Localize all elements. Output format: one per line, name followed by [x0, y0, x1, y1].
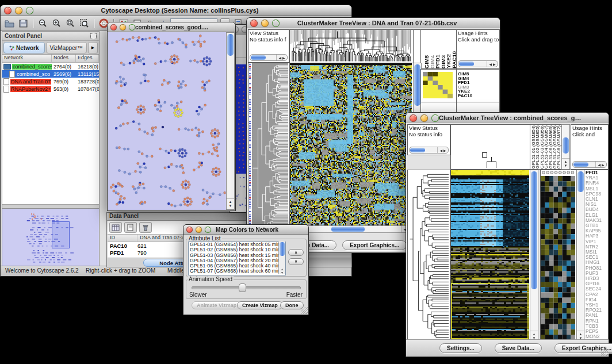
animate-vizmap-button[interactable]: Animate Vizmap [192, 301, 242, 309]
heatmap-canvas[interactable] [290, 63, 412, 231]
row-dendrogram-panel[interactable] [248, 63, 290, 233]
usage-hints-title: Usage Hints [571, 125, 608, 131]
node-count: 769(0) [52, 79, 76, 85]
minimize-button[interactable] [261, 20, 269, 27]
zoom-heatmap-canvas[interactable] [541, 170, 575, 340]
column-labels: GPL51-01 (GSM854)GPL51-02 (GSM855)GPL51-… [530, 124, 563, 170]
control-panel-header: Control Panel [2, 32, 99, 41]
treeview2-button[interactable]: Settings... [439, 343, 482, 353]
network-vscrollbar[interactable]: ▲▼ [226, 32, 235, 210]
dendrogram-corner-strip [413, 29, 421, 64]
zoom-fit-icon[interactable] [79, 18, 90, 29]
heatmap-canvas[interactable] [451, 170, 529, 340]
view-status-hscrollbar[interactable]: ◀▶ [250, 54, 288, 61]
create-vizmap-button[interactable]: Create Vizmap [237, 301, 283, 309]
zoom-window-button[interactable] [431, 114, 439, 122]
heatmap-panel[interactable] [289, 63, 414, 233]
network-view-window: combined_scores_good.txt--cluste... ▲▼ [107, 22, 236, 211]
row-dendrogram-canvas[interactable] [248, 63, 288, 231]
view-status-title: View Status [408, 125, 450, 131]
edge-count: 107847(0) [76, 86, 99, 92]
delete-attribute-icon[interactable] [139, 222, 152, 233]
network-canvas[interactable] [108, 32, 228, 210]
main-titlebar[interactable]: Cytoscape Desktop (Session Name: collins… [1, 5, 351, 16]
column-label[interactable]: GPL51-08 (GSM872) [557, 125, 561, 169]
heatmap-panel[interactable] [450, 170, 531, 342]
network-tree-row[interactable]: combined_scores 2764(0) 16218(0) [2, 63, 99, 70]
birdseye-view[interactable] [2, 208, 99, 266]
float-panel-icon[interactable] [90, 33, 97, 39]
tab-vizmapper[interactable]: VizMapper™ [46, 42, 87, 53]
zoom-window-button[interactable] [129, 24, 135, 30]
status-zoom-hint: Right-click + drag to ZOOM [86, 267, 155, 274]
minimize-button[interactable] [420, 114, 428, 122]
heatmap-vscrollbar[interactable]: ▲▼ [530, 170, 538, 342]
resize-grip[interactable] [601, 349, 608, 356]
treeview2-button[interactable]: Save Data... [495, 343, 542, 353]
network-row-icon [9, 71, 15, 78]
close-button[interactable] [110, 24, 117, 30]
close-button[interactable] [250, 20, 258, 27]
network-tree-row[interactable]: DNA and Tran 07 769(0) 183728(0) [2, 78, 99, 85]
column-dendrogram-canvas[interactable] [451, 125, 529, 168]
usage-hints-panel: Usage Hints Click and ◀▶ [571, 124, 609, 170]
treeview1-titlebar[interactable]: ClusterMaker TreeView : DNA and Tran 07-… [247, 18, 500, 29]
column-labels: GIM5GIM4PFD1GIM3YKE2PAC10 [420, 29, 460, 69]
close-button[interactable] [410, 114, 417, 122]
new-attribute-icon[interactable] [124, 222, 137, 233]
treeview2-bottombar: Settings...Save Data...Export Graphics..… [406, 339, 609, 357]
mini-heatmap-panel[interactable] [420, 69, 457, 102]
close-button[interactable] [4, 7, 12, 14]
resize-grip[interactable] [301, 307, 308, 314]
zoom-heatmap-panel[interactable] [540, 170, 577, 342]
usage-hints-hscrollbar[interactable]: ◀▶ [458, 60, 498, 67]
birdseye-canvas[interactable] [2, 209, 98, 266]
desktop: Cytoscape Desktop (Session Name: collins… [0, 0, 612, 364]
attribute-select-icon[interactable] [109, 222, 122, 233]
network-tree-row[interactable]: RNAPuberNov2+ 563(0) 107847(0) [2, 85, 99, 93]
view-status-text: No status info [408, 131, 450, 137]
attribute-list-item[interactable]: GPL51-07 (GSM868) heat shock 60 min [189, 269, 285, 274]
column-dendrogram-panel[interactable] [289, 29, 414, 64]
zoom-window-button[interactable] [272, 20, 280, 27]
row-dendrogram-canvas[interactable] [408, 170, 449, 340]
faster-label: Faster [286, 292, 303, 298]
zoom-out-icon[interactable] [37, 18, 48, 29]
row-dendrogram-panel[interactable] [407, 170, 450, 342]
minimize-button[interactable] [196, 227, 202, 233]
move-down-button[interactable]: ∨ [288, 258, 304, 265]
animation-speed-slider[interactable] [192, 286, 301, 289]
done-button[interactable]: Done [280, 301, 304, 309]
move-up-button[interactable]: ∧ [288, 249, 304, 256]
zoom-in-icon[interactable] [51, 18, 62, 29]
control-panel-title: Control Panel [5, 33, 42, 39]
column-dendrogram-canvas[interactable] [290, 30, 412, 62]
network-name: combined_scores [12, 64, 52, 70]
zoom-window-button[interactable] [205, 227, 211, 233]
network-tree-row[interactable]: combined_sco 2569(6) 13112(15) [2, 70, 99, 78]
attribute-list-vscrollbar[interactable]: ▲▼ [278, 242, 285, 274]
panel-splitter[interactable] [2, 204, 99, 208]
save-icon[interactable] [18, 18, 29, 29]
dialog-titlebar[interactable]: Map Colors to Network [183, 225, 308, 235]
network-view-titlebar[interactable]: combined_scores_good.txt--cluste... [108, 22, 235, 32]
zoom-selected-icon[interactable] [65, 18, 76, 29]
mini-heatmap-canvas[interactable] [423, 72, 453, 98]
zoom-window-button[interactable] [26, 7, 33, 14]
treeview1-title: ClusterMaker TreeView : DNA and Tran 07-… [280, 20, 500, 26]
column-labels-vscrollbar[interactable]: ▲▼ [561, 124, 570, 170]
network-name: combined_sco [16, 71, 51, 77]
tab-network[interactable]: Network [3, 42, 45, 53]
close-button[interactable] [186, 227, 193, 233]
minimize-button[interactable] [15, 7, 22, 14]
minimize-button[interactable] [120, 24, 126, 30]
column-dendrogram-panel[interactable] [450, 124, 531, 170]
treeview1-button[interactable]: Export Graphics... [342, 240, 407, 250]
slider-thumb[interactable] [239, 283, 246, 292]
tab-more-button[interactable]: ▶ [88, 42, 98, 53]
treeview2-titlebar[interactable]: ClusterMaker TreeView : combined_scores_… [406, 113, 609, 124]
treeview2-buttons: Settings...Save Data...Export Graphics..… [439, 343, 612, 353]
open-icon[interactable] [4, 18, 15, 29]
view-status-hscrollbar[interactable]: ◀▶ [409, 147, 449, 154]
usage-hints-hscrollbar[interactable]: ◀▶ [572, 161, 607, 168]
